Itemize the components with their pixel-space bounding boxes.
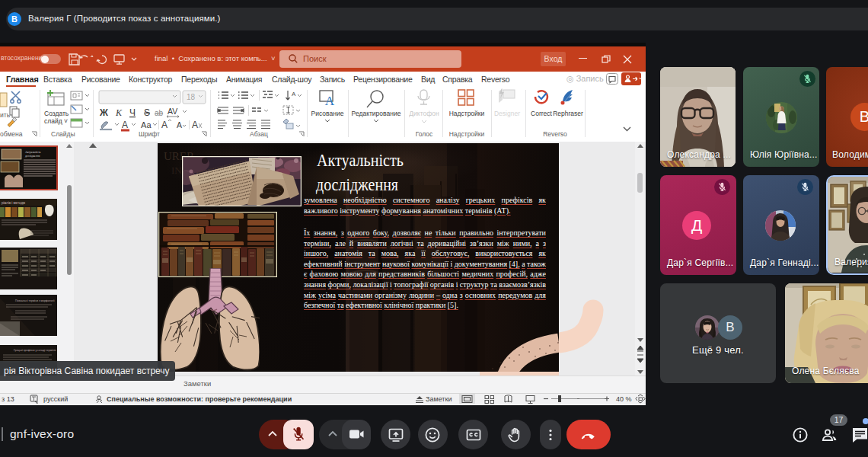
svg-text:Шрифт: Шрифт xyxy=(139,130,160,138)
svg-text:Голос: Голос xyxy=(416,130,433,138)
svg-text:Актуальність: Актуальність xyxy=(25,151,41,154)
svg-text:А: А xyxy=(122,120,128,130)
svg-text:ить: ить xyxy=(0,111,11,119)
svg-text:обмена: обмена xyxy=(0,130,23,138)
svg-text:А: А xyxy=(292,91,296,97)
svg-text:18: 18 xyxy=(187,93,196,101)
svg-text:Абзац: Абзац xyxy=(250,130,268,138)
svg-text:AV: AV xyxy=(168,107,177,116)
svg-text:Грецькі префікси у складі терм: Грецькі префікси у складі термінів xyxy=(14,349,56,352)
svg-text:40 %: 40 % xyxy=(616,395,632,403)
svg-text:Аа: Аа xyxy=(141,120,152,129)
svg-text:S: S xyxy=(144,107,150,118)
svg-text:А: А xyxy=(192,120,198,130)
svg-text:Ж: Ж xyxy=(99,107,108,118)
svg-text:Надстройки: Надстройки xyxy=(449,110,485,117)
svg-text:дослідження: дослідження xyxy=(25,155,40,158)
svg-text:Надстройки: Надстройки xyxy=(449,130,485,138)
svg-text:Rephraser: Rephraser xyxy=(553,110,583,117)
svg-text:Создать: Создать xyxy=(44,110,69,117)
svg-text:К: К xyxy=(115,107,123,118)
svg-text:Повчальні терміни з морфології: Повчальні терміни з морфології xyxy=(15,299,55,302)
svg-text:Диктофон: Диктофон xyxy=(409,110,439,117)
svg-text:Актуальність: Актуальність xyxy=(317,150,404,170)
svg-text:з 13: з 13 xyxy=(2,395,14,403)
svg-text:А: А xyxy=(161,120,168,130)
svg-text:слайд ˅: слайд ˅ xyxy=(44,117,68,125)
svg-text:Reverso: Reverso xyxy=(543,130,567,138)
svg-text:Слайды: Слайды xyxy=(51,130,75,138)
svg-text:дослідження: дослідження xyxy=(316,174,398,194)
svg-text:Специальные возможности: прове: Специальные возможности: проверьте реком… xyxy=(107,395,292,403)
svg-text:Ч: Ч xyxy=(129,107,136,118)
svg-text:русский: русский xyxy=(43,395,68,403)
svg-text:А: А xyxy=(177,120,182,129)
svg-text:Заметки: Заметки xyxy=(426,395,452,403)
svg-text:ріалів і методж: ріалів і методж xyxy=(2,201,25,205)
svg-text:Рисование: Рисование xyxy=(311,110,344,117)
svg-text:Редактирование: Редактирование xyxy=(352,110,401,117)
svg-text:A: A xyxy=(325,94,335,108)
svg-text:Designer: Designer xyxy=(494,110,520,117)
svg-text:ab: ab xyxy=(155,109,164,117)
svg-text:Correct: Correct xyxy=(531,110,553,117)
